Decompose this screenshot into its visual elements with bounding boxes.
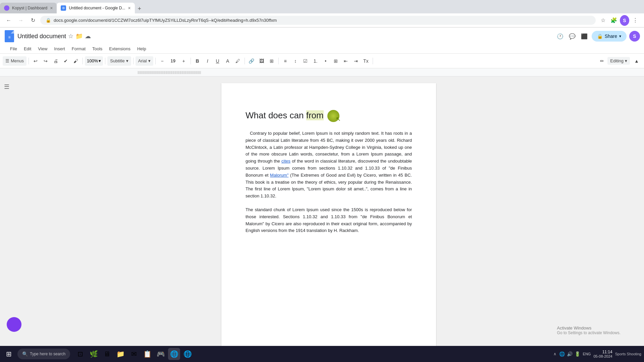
tab-kopyst[interactable]: Kopyst | Dashboard × — [0, 3, 57, 13]
table-button[interactable]: ⊞ — [267, 56, 276, 66]
menu-view[interactable]: View — [35, 44, 51, 53]
star-icon[interactable]: ☆ — [68, 33, 73, 40]
search-icon: 🔍 — [22, 351, 28, 357]
align-button[interactable]: ≡ — [281, 56, 290, 66]
zoom-chevron-icon: ▾ — [99, 58, 101, 63]
forward-button[interactable]: → — [16, 16, 25, 25]
text-color-button[interactable]: A — [223, 56, 232, 66]
more-indent-button[interactable]: ⊞ — [331, 56, 340, 66]
pencil-icon: ✏ — [600, 58, 604, 64]
doc-title-area: Untitled document ☆ 📁 ☁ — [17, 33, 91, 40]
taskbar-app-display[interactable]: 🖥 — [101, 348, 113, 360]
menu-format[interactable]: Format — [68, 44, 89, 53]
editing-label: Editing — [610, 58, 624, 63]
font-size-control: − + — [158, 56, 189, 66]
floating-action-button[interactable] — [7, 317, 21, 332]
clear-format-button[interactable]: Tx — [361, 56, 371, 66]
font-size-increase[interactable]: + — [179, 56, 189, 66]
menus-label: Menus — [11, 58, 24, 63]
separator-7 — [245, 58, 245, 64]
back-button[interactable]: ← — [4, 16, 13, 25]
font-size-input[interactable] — [168, 57, 178, 65]
taskbar-app-clipboard[interactable]: 📋 — [141, 348, 153, 360]
redo-button[interactable]: ↪ — [41, 56, 50, 66]
start-button[interactable]: ⊞ — [3, 348, 15, 360]
user-avatar-gdocs[interactable]: S — [629, 31, 640, 42]
zoom-selector[interactable]: 100% ▾ — [85, 56, 103, 66]
font-selector[interactable]: Arial ▾ — [136, 56, 153, 66]
heading-text-highlight: from — [306, 110, 324, 120]
tab-kopyst-close[interactable]: × — [50, 5, 53, 11]
paint-format-button[interactable]: 🖌 — [71, 56, 80, 66]
battery-icon[interactable]: 🔋 — [575, 351, 580, 357]
sidebar-toggle[interactable]: ☰ — [0, 76, 13, 359]
taskbar-app-mail[interactable]: ✉ — [128, 348, 140, 360]
volume-icon[interactable]: 🔊 — [567, 351, 573, 357]
extensions-button[interactable]: 🧩 — [609, 16, 619, 25]
doc-title[interactable]: Untitled document — [17, 33, 66, 40]
menu-file[interactable]: File — [7, 44, 20, 53]
checklist-button[interactable]: ☑ — [301, 56, 310, 66]
tab-gdoc-title: Untitled document - Google D... — [69, 6, 125, 10]
collapse-toolbar-button[interactable]: ▲ — [632, 56, 641, 66]
settings-button[interactable]: ⋮ — [631, 16, 640, 25]
taskbar-app-grocery[interactable]: 🌿 — [88, 348, 100, 360]
folder-icon[interactable]: 📁 — [75, 33, 83, 40]
bold-button[interactable]: B — [193, 56, 202, 66]
indent-more-button[interactable]: ⇥ — [351, 56, 361, 66]
share-button[interactable]: 🔒 Share ▾ — [592, 31, 627, 42]
taskbar-clock[interactable]: 11:14 05-08-2024 — [593, 350, 612, 358]
font-size-decrease[interactable]: − — [158, 56, 167, 66]
editing-chevron-icon: ▾ — [625, 58, 627, 63]
malorum-link[interactable]: Malorum" — [270, 173, 288, 178]
line-spacing-button[interactable]: ↕ — [291, 56, 300, 66]
taskbar-app-view[interactable]: ⊡ — [74, 348, 86, 360]
underline-button[interactable]: U — [213, 56, 222, 66]
taskbar-search[interactable]: 🔍 Type here to search — [17, 349, 70, 359]
profile-button[interactable]: S — [620, 16, 629, 25]
doc-title-row: Untitled document ☆ 📁 ☁ — [17, 33, 91, 40]
taskbar-app-files[interactable]: 📁 — [114, 348, 126, 360]
cloud-icon[interactable]: ☁ — [85, 33, 91, 40]
separator-9 — [373, 58, 373, 64]
refresh-button[interactable]: ↻ — [28, 16, 38, 25]
url-text: docs.google.com/document/d/1CCZWl7ocz6l7… — [54, 18, 590, 23]
document-area: What does can from Contrary to popular b… — [13, 76, 644, 359]
new-tab-button[interactable]: + — [135, 4, 144, 13]
cites-link[interactable]: cites — [281, 159, 290, 164]
comment-icon[interactable]: 💬 — [568, 32, 577, 41]
taskbar-app-edge[interactable]: 🌐 — [181, 348, 194, 360]
bookmark-button[interactable]: ☆ — [598, 16, 608, 25]
style-selector[interactable]: Subtitle ▾ — [107, 56, 131, 66]
print-button[interactable]: 🖨 — [51, 56, 60, 66]
editing-mode-selector[interactable]: Editing ▾ — [607, 57, 630, 65]
menu-help[interactable]: Help — [134, 44, 150, 53]
tab-gdoc[interactable]: D Untitled document - Google D... × — [57, 3, 135, 13]
menu-tools[interactable]: Tools — [89, 44, 106, 53]
taskbar-app-chrome[interactable]: 🌐 — [168, 348, 180, 360]
image-button[interactable]: 🖼 — [257, 56, 266, 66]
style-value: Subtitle — [110, 58, 124, 63]
menu-edit[interactable]: Edit — [20, 44, 35, 53]
highlight-button[interactable]: 🖊 — [233, 56, 243, 66]
undo-button[interactable]: ↩ — [31, 56, 40, 66]
menu-extensions[interactable]: Extensions — [106, 44, 134, 53]
url-bar[interactable]: 🔒 docs.google.com/document/d/1CCZWl7ocz6… — [40, 16, 596, 25]
link-button[interactable]: 🔗 — [247, 56, 256, 66]
spell-check-button[interactable]: ✔ — [61, 56, 70, 66]
italic-button[interactable]: I — [203, 56, 212, 66]
tab-gdoc-close[interactable]: × — [128, 5, 130, 11]
history-icon[interactable]: 🕐 — [555, 32, 565, 41]
taskbar-apps: ⊡ 🌿 🖥 📁 ✉ 📋 🎮 🌐 🌐 — [74, 348, 194, 360]
present-icon[interactable]: ⬛ — [580, 32, 589, 41]
language-indicator: ENG — [583, 352, 591, 356]
taskbar-app-xbox[interactable]: 🎮 — [155, 348, 167, 360]
bulleted-list-button[interactable]: • — [321, 56, 330, 66]
gdocs-header: ≡ Untitled document ☆ 📁 ☁ 🕐 💬 ⬛ 🔒 Share … — [0, 27, 644, 54]
indent-less-button[interactable]: ⇤ — [341, 56, 351, 66]
up-chevron-icon[interactable]: ∧ — [553, 352, 556, 356]
menus-button[interactable]: ☰ Menus — [3, 56, 26, 66]
network-icon[interactable]: 🌐 — [559, 351, 565, 357]
menu-insert[interactable]: Insert — [51, 44, 68, 53]
numbered-list-button[interactable]: 1. — [311, 56, 320, 66]
